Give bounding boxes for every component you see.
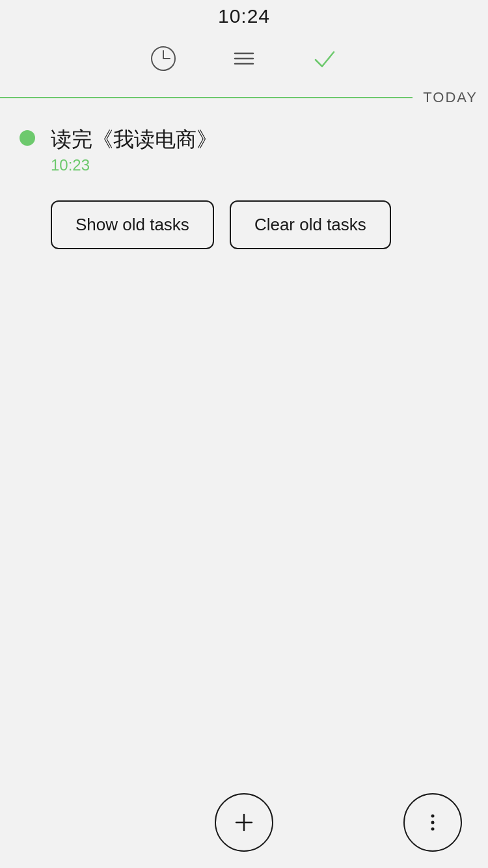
check-icon[interactable] (310, 44, 339, 73)
svg-point-9 (431, 821, 435, 824)
add-task-button[interactable] (215, 793, 273, 852)
status-bar: 10:24 (0, 0, 488, 33)
task-title: 读完《我读电商》 (51, 126, 217, 154)
bottom-bar (0, 777, 488, 868)
status-time: 10:24 (218, 5, 270, 27)
task-time: 10:23 (51, 156, 217, 174)
svg-point-8 (431, 815, 435, 818)
section-header: TODAY (0, 85, 488, 111)
toolbar (0, 33, 488, 85)
svg-point-10 (431, 828, 435, 831)
clock-icon[interactable] (149, 44, 178, 73)
task-status-dot (20, 130, 35, 146)
more-options-button[interactable] (403, 793, 462, 852)
section-line (0, 97, 413, 98)
buttons-area: Show old tasks Clear old tasks (0, 190, 488, 269)
menu-icon[interactable] (230, 44, 258, 73)
task-content: 读完《我读电商》 10:23 (51, 126, 217, 174)
task-item[interactable]: 读完《我读电商》 10:23 (0, 111, 488, 190)
show-old-tasks-button[interactable]: Show old tasks (51, 200, 214, 249)
clear-old-tasks-button[interactable]: Clear old tasks (230, 200, 391, 249)
section-label: TODAY (413, 89, 488, 106)
